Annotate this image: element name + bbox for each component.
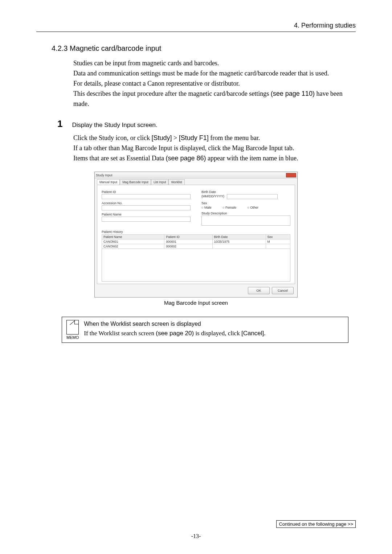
chapter-title: 4. Performing studies — [36, 22, 356, 29]
page-header: 4. Performing studies — [36, 22, 356, 32]
cancel-button[interactable]: Cancel — [272, 287, 294, 294]
step-1-line-2: If a tab other than Mag Barcode Input is… — [73, 143, 356, 153]
screenshot-container: Study Input Manual Input Mag Barcode Inp… — [94, 172, 298, 306]
memo-box: MEMO When the Worklist search screen is … — [62, 317, 348, 343]
page-number: -13- — [0, 533, 392, 539]
memo-icon — [66, 320, 79, 335]
intro-line-4: This describes the input procedure after… — [73, 89, 348, 109]
input-patient-name[interactable] — [102, 217, 191, 222]
input-patient-id[interactable] — [102, 194, 191, 199]
cell-name: CANON02 — [102, 244, 164, 249]
intro-line-2: Data and communication settings must be … — [73, 69, 348, 79]
cell-birth: 10/25/1975 — [212, 239, 266, 244]
step-title: Display the Study Input screen. — [72, 122, 157, 129]
cell-sex — [266, 244, 290, 249]
tab-manual-input[interactable]: Manual Input — [97, 179, 120, 185]
label-accession-no: Accession No. — [102, 201, 191, 205]
radio-male-label: Male — [204, 206, 212, 209]
radio-female-label: Female — [225, 206, 236, 209]
continued-notice: Continued on the following page >> — [276, 520, 356, 528]
input-birth-date[interactable] — [227, 194, 278, 199]
study-input-dialog: Study Input Manual Input Mag Barcode Inp… — [94, 172, 298, 297]
input-study-description[interactable] — [201, 216, 290, 226]
memo-d: [Cancel] — [241, 330, 264, 337]
cell-name: CANON01 — [102, 239, 164, 244]
memo-heading: When the Worklist search screen is displ… — [84, 320, 265, 328]
step-1-header: 1 Display the Study Input screen. — [57, 118, 356, 130]
close-icon[interactable] — [286, 173, 296, 177]
th-birth-date: Birth Date — [212, 235, 266, 239]
step-1-line-1: Click the Study icon, or click [Study] >… — [73, 133, 356, 143]
cell-id: 000002 — [164, 244, 212, 249]
intro-line-3: For details, please contact a Canon repr… — [73, 79, 348, 89]
dialog-titlebar: Study Input — [95, 172, 297, 178]
screenshot-caption: Mag Barcode Input screen — [94, 300, 298, 306]
sex-radio-group: ○ Male ○ Female ○ Other — [201, 206, 290, 209]
dialog-title: Study Input — [96, 173, 113, 177]
step-1-line-3: Items that are set as Essential Data (se… — [73, 153, 356, 164]
memo-e: . — [264, 330, 265, 337]
memo-b: (see page 20) — [156, 330, 194, 337]
patient-history-table: Patient Name Patient ID Birth Date Sex C… — [102, 234, 290, 249]
table-header-row: Patient Name Patient ID Birth Date Sex — [102, 235, 290, 239]
s1l3c: appear with the item name in blue. — [206, 155, 298, 162]
table-empty-space — [102, 249, 290, 282]
step-number: 1 — [57, 118, 62, 130]
dialog-button-bar: OK Cancel — [95, 284, 297, 297]
dialog-tabs: Manual Input Mag Barcode Input List Inpu… — [95, 178, 297, 185]
form-left-column: Patient ID Accession No. Patient Name — [102, 188, 191, 226]
s1l1c: > — [172, 134, 179, 141]
memo-body: If the Worklist search screen (see page … — [84, 329, 265, 338]
cell-id: 000001 — [164, 239, 212, 244]
tab-worklist[interactable]: Worklist — [168, 179, 184, 185]
memo-c: is displayed, click — [194, 330, 241, 337]
input-accession-no[interactable] — [102, 205, 191, 210]
section-heading: 4.2.3 Magnetic card/barcode input — [52, 44, 356, 53]
tab-list-input[interactable]: List Input — [151, 179, 169, 185]
memo-label: MEMO — [66, 335, 79, 340]
memo-content: When the Worklist search screen is displ… — [84, 320, 265, 337]
birth-date-format: (MM/DD/YYYY) — [201, 194, 224, 198]
cell-birth — [212, 244, 266, 249]
table-row[interactable]: CANON01 000001 10/25/1975 M — [102, 239, 290, 244]
th-sex: Sex — [266, 235, 290, 239]
label-birth-date: Birth Date — [201, 190, 290, 194]
radio-female[interactable]: ○ Female — [222, 206, 241, 209]
intro-line-1: Studies can be input from magnetic cards… — [73, 58, 348, 69]
radio-other-label: Other — [250, 206, 258, 209]
s1l1e: from the menu bar. — [209, 134, 260, 141]
label-patient-name: Patient Name — [102, 213, 191, 216]
intro-4b-ref: (see page 110) — [271, 90, 315, 97]
th-patient-id: Patient ID — [164, 235, 212, 239]
step-1-body: Click the Study icon, or click [Study] >… — [73, 133, 356, 164]
s1l1a: Click the Study icon, or click — [73, 134, 151, 141]
radio-male[interactable]: ○ Male — [201, 206, 216, 209]
form-area: Patient ID Accession No. Patient Name Bi… — [97, 185, 295, 284]
intro-block: Studies can be input from magnetic cards… — [73, 58, 348, 109]
table-row[interactable]: CANON02 000002 — [102, 244, 290, 249]
memo-icon-wrap: MEMO — [66, 320, 79, 340]
s1l3a: Items that are set as Essential Data — [73, 155, 166, 162]
ok-button[interactable]: OK — [248, 287, 270, 294]
label-patient-history: Patient History — [102, 230, 290, 234]
radio-other[interactable]: ○ Other — [247, 206, 263, 209]
label-study-description: Study Description — [201, 212, 290, 215]
form-right-column: Birth Date (MM/DD/YYYY) Sex ○ Male ○ Fem… — [201, 188, 290, 226]
th-patient-name: Patient Name — [102, 235, 164, 239]
label-sex: Sex — [201, 201, 290, 205]
memo-a: If the Worklist search screen — [84, 330, 156, 337]
s1l1d: [Study F1] — [179, 134, 209, 141]
label-patient-id: Patient ID — [102, 190, 191, 194]
birth-date-row: (MM/DD/YYYY) — [201, 194, 290, 199]
s1l3b: (see page 86) — [166, 155, 206, 162]
cell-sex: M — [266, 239, 290, 244]
s1l1b: [Study] — [151, 134, 172, 141]
tab-mag-barcode-input[interactable]: Mag Barcode Input — [120, 179, 151, 185]
intro-4a: This describes the input procedure after… — [73, 90, 271, 97]
